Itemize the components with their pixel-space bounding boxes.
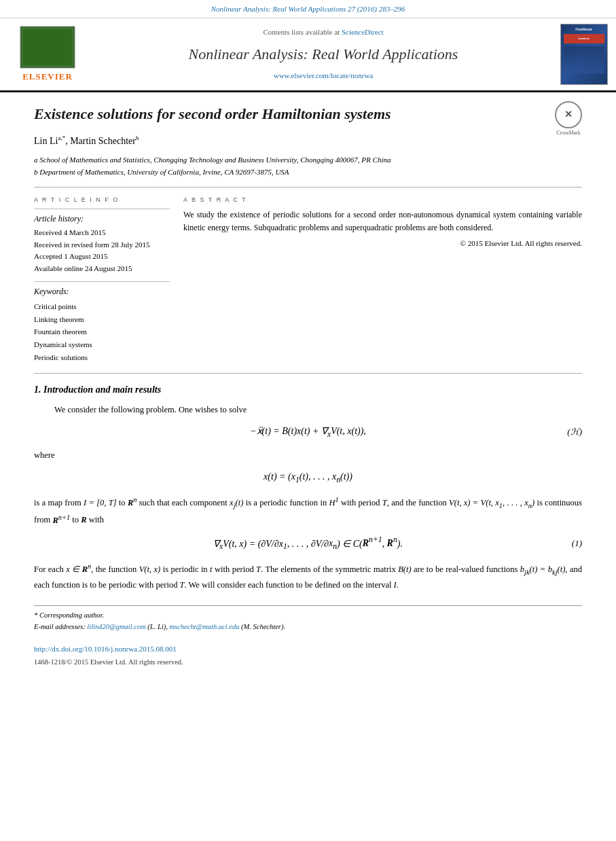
keywords-label: Keywords:	[34, 286, 170, 298]
issn-line: 1468-1218/© 2015 Elsevier Ltd. All right…	[34, 656, 582, 668]
equation-1: ∇xV(t, x) = (∂V/∂x1, . . . , ∂V/∂xn) ∈ C…	[34, 535, 582, 553]
email-label: E-mail addresses:	[34, 623, 87, 630]
article-history: Article history: Received 4 March 2015 R…	[34, 209, 170, 275]
keyword-1: Critical points	[34, 300, 170, 313]
authors-line: Lin Lia,*, Martin Schechterb	[34, 134, 582, 148]
doi-section: http://dx.doi.org/10.1016/j.nonrwa.2015.…	[34, 643, 582, 656]
keyword-2: Linking theorem	[34, 313, 170, 326]
received-date: Received 4 March 2015	[34, 227, 170, 239]
journal-reference-bar: Nonlinear Analysis: Real World Applicati…	[0, 0, 616, 18]
body-para-1: We consider the following problem. One w…	[34, 403, 582, 416]
article-info-column: A R T I C L E I N F O Article history: R…	[34, 196, 170, 364]
keyword-3: Fountain theorem	[34, 325, 170, 338]
journal-title: Nonlinear Analysis: Real World Applicati…	[95, 43, 551, 65]
science-direct-line: Contents lists available at ScienceDirec…	[95, 27, 551, 38]
footnote-section: * Corresponding author. E-mail addresses…	[34, 605, 582, 633]
abstract-column: A B S T R A C T We study the existence o…	[183, 196, 582, 364]
author-sup-b: b	[136, 135, 139, 141]
keyword-4: Dynamical systems	[34, 338, 170, 351]
keywords-section: Keywords: Critical points Linking theore…	[34, 281, 170, 363]
svg-rect-9	[22, 29, 73, 66]
section-1-heading: 1. Introduction and main results	[34, 383, 582, 397]
equation-H: −ẍ(t) = B(t)x(t) + ∇xV(t, x(t)), (ℋ)	[34, 425, 582, 441]
article-title: Existence solutions for second order Ham…	[34, 105, 582, 124]
journal-cover: Nonlinear Analysis	[558, 24, 609, 85]
journal-url[interactable]: www.elsevier.com/locate/nonrwa	[95, 71, 551, 82]
main-content: ✕ CrossMark Existence solutions for seco…	[0, 92, 616, 682]
abstract-label: A B S T R A C T	[183, 196, 582, 204]
equation-1-tag: (1)	[572, 537, 582, 550]
crossmark-label: CrossMark	[555, 129, 582, 137]
email-lin-li[interactable]: lilin420@gmail.com	[87, 623, 145, 630]
history-label: Article history:	[34, 213, 170, 225]
body-para-3: is a map from I = [0, T] to Rn such that…	[34, 495, 582, 526]
affiliation-b: b Department of Mathematics, University …	[34, 166, 582, 179]
equation-x: x(t) = (x1(t), . . . , xn(t))	[34, 470, 582, 486]
accepted-date: Accepted 1 August 2015	[34, 251, 170, 263]
and-text: and	[391, 498, 403, 507]
science-direct-link[interactable]: ScienceDirect	[342, 28, 384, 36]
affiliation-a: a School of Mathematics and Statistics, …	[34, 154, 582, 166]
para1-text: We consider the following problem. One w…	[54, 405, 247, 414]
crossmark-badge: ✕ CrossMark	[555, 101, 582, 137]
journal-center-info: Contents lists available at ScienceDirec…	[95, 24, 551, 85]
revised-date: Received in revised form 28 July 2015	[34, 239, 170, 251]
equation-1-formula: ∇xV(t, x) = (∂V/∂x1, . . . , ∂V/∂xn) ∈ C…	[213, 535, 403, 553]
author-lin-li: Lin Li	[34, 135, 58, 145]
email-line: E-mail addresses: lilin420@gmail.com (L.…	[34, 622, 582, 633]
corresponding-author-note: * Corresponding author.	[34, 610, 582, 622]
doi-link[interactable]: http://dx.doi.org/10.1016/j.nonrwa.2015.…	[34, 645, 177, 653]
keyword-5: Periodic solutions	[34, 351, 170, 364]
cover-box: Nonlinear Analysis	[560, 24, 608, 85]
affiliations: a School of Mathematics and Statistics, …	[34, 154, 582, 178]
author-sup-a: a,*	[58, 135, 65, 141]
email-lin-li-name: (L. Li),	[147, 623, 169, 630]
cover-title-nonlinear: Nonlinear	[575, 27, 592, 33]
body-para-4: For each x ∈ Rn, the function V(t, x) is…	[34, 561, 582, 592]
crossmark-circle: ✕	[555, 101, 582, 128]
journal-reference-text: Nonlinear Analysis: Real World Applicati…	[211, 5, 405, 13]
title-row: ✕ CrossMark Existence solutions for seco…	[34, 105, 582, 124]
divider-2	[34, 373, 582, 374]
available-date: Available online 24 August 2015	[34, 263, 170, 275]
cover-red-bar: Analysis	[564, 34, 604, 43]
copyright-text: © 2015 Elsevier Ltd. All rights reserved…	[183, 238, 582, 249]
cover-title-analysis: Analysis	[578, 36, 590, 41]
journal-header: ELSEVIER Contents lists available at Sci…	[0, 18, 616, 92]
equation-H-formula: −ẍ(t) = B(t)x(t) + ∇xV(t, x(t)),	[250, 425, 366, 441]
elsevier-logo: ELSEVIER	[7, 24, 88, 85]
equation-H-tag: (ℋ)	[567, 426, 582, 439]
divider-1	[34, 187, 582, 187]
elsevier-tree-icon	[17, 25, 78, 69]
email-schechter[interactable]: mschecht@math.uci.edu	[169, 623, 239, 630]
email-schechter-name: (M. Schechter).	[241, 623, 285, 630]
article-info-label: A R T I C L E I N F O	[34, 196, 170, 204]
body-where: where	[34, 448, 582, 462]
abstract-text: We study the existence of periodic solut…	[183, 209, 582, 234]
info-abstract-section: A R T I C L E I N F O Article history: R…	[34, 196, 582, 364]
author-conjunction: , Martin Schechter	[65, 135, 136, 145]
equation-x-formula: x(t) = (x1(t), . . . , xn(t))	[264, 470, 352, 486]
elsevier-brand-text: ELSEVIER	[22, 71, 73, 84]
page: Nonlinear Analysis: Real World Applicati…	[0, 0, 616, 841]
